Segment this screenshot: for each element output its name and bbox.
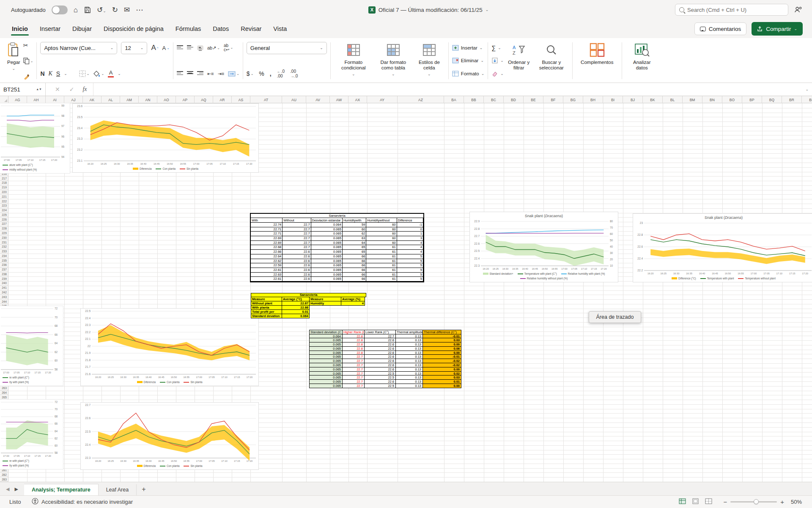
table-row[interactable]: 22.6922.70.06563603 [251,236,423,241]
cell[interactable]: 4 [397,250,423,254]
column-header-AM[interactable]: AM [120,96,139,103]
cell[interactable]: 66 [343,277,366,281]
column-header-AG[interactable]: AG [8,96,27,103]
cell[interactable]: 60 [366,236,397,240]
currency-button[interactable]: $⌄ [247,70,254,77]
cell[interactable]: 22.6 [283,250,311,254]
cell[interactable]: 22.6 [283,263,311,268]
table-row[interactable]: 22.6122.60.06566615 [251,268,423,273]
column-header-AU[interactable]: AU [282,96,306,103]
cell[interactable]: 5 [397,259,423,263]
cell[interactable]: 22.61 [251,268,283,272]
column-header-BF[interactable]: BF [543,96,563,103]
mail-icon[interactable]: ✉ [124,6,130,14]
cell[interactable]: 60 [343,227,366,232]
cell[interactable]: 60 [366,232,397,236]
view-page-layout-icon[interactable] [692,498,699,505]
cell[interactable]: 0.065 [311,241,343,245]
column-header-BI[interactable]: BI [603,96,623,103]
cell[interactable]: 22.6 [283,268,311,272]
autosum-button[interactable]: ∑⌄ [491,43,504,52]
comma-button[interactable]: , [270,70,272,77]
view-page-break-icon[interactable] [705,498,712,505]
column-header-BQ[interactable]: BQ [762,96,782,103]
cell[interactable]: 0.13 [395,384,423,388]
column-header-AY[interactable]: AY [367,96,398,103]
chart-partial-mid-left[interactable]: 727068666462605817:0017:0517:1017:1517:2… [0,306,63,386]
cell[interactable]: 1 [397,232,423,236]
font-size-select[interactable]: 12⌄ [121,42,147,54]
table-sansevieria-data[interactable]: SansevieriaWithWithoutDesviación estanda… [250,213,424,282]
cell[interactable]: 22.71 [251,227,283,232]
row-header-243[interactable]: 243 [0,295,8,299]
chart-snak-plant-1[interactable]: Snak plant (Dracaena)22.922.822.722.622.… [469,212,618,282]
font-name-select[interactable]: Aptos Narrow (Cue...⌄ [40,42,117,54]
row-header-263[interactable]: 263 [0,386,8,391]
orientation-button[interactable]: ab↗⌄ [207,45,220,51]
fill-color-button[interactable]: ⌄ [93,70,104,77]
cell[interactable]: 0.065 [311,277,343,281]
ribbon-tab-revisar[interactable]: Revisar [235,21,267,36]
zoom-out-button[interactable]: − [723,498,727,505]
row-header-244[interactable]: 244 [0,299,8,304]
chart-office-temp-mid[interactable]: 22.522.422.322.222.12221.921.821.721.616… [80,308,259,386]
cell[interactable]: 4 [397,241,423,245]
cell[interactable]: 22.6 [283,273,311,277]
cell[interactable]: 22.6 [283,277,311,281]
column-header-BP[interactable]: BP [742,96,762,103]
row-header-234[interactable]: 234 [0,254,8,258]
ribbon-tab-datos[interactable]: Datos [207,21,235,36]
table-row[interactable]: 22.7422.70.0645960-1 [251,223,423,227]
cell[interactable]: 65 [343,245,366,249]
merge-center-button[interactable]: ⌄ [228,71,239,77]
cell[interactable]: 65 [343,250,366,254]
row-header-220[interactable]: 220 [0,190,8,195]
chart-office-temp-bottom[interactable]: 22.722.622.522.422.316:2016:2516:3016:35… [80,402,259,470]
insert-cells-button[interactable]: Insertar⌄ [452,43,484,52]
row-header-240[interactable]: 240 [0,281,8,286]
cell[interactable]: 22.7 [283,227,311,232]
cell[interactable]: 0.065 [311,254,343,259]
table-row[interactable]: 22.6922.70.06564604 [251,241,423,246]
column-header-AT[interactable]: AT [250,96,282,103]
zoom-slider[interactable] [730,501,777,502]
cell[interactable]: 3 [397,236,423,240]
cell[interactable]: 4 [341,301,365,306]
paste-button[interactable]: Pegar⌄ [4,41,23,81]
row-header-241[interactable]: 241 [0,286,8,290]
row-header-236[interactable]: 236 [0,263,8,268]
document-title-area[interactable]: X Oficial 7 — Última modificación: 06/11… [182,6,675,14]
column-header-BE[interactable]: BE [524,96,543,103]
add-sheet-button[interactable]: + [137,486,151,495]
row-header-219[interactable]: 219 [0,185,8,190]
font-color-button[interactable]: A [108,70,114,77]
conditional-formatting-button[interactable]: Formato condicional⌄ [334,41,373,81]
column-header-AI[interactable]: AI [46,96,64,103]
cell[interactable]: 22.62 [251,259,283,263]
increase-font-button[interactable]: A^ [151,44,158,52]
column-header-AQ[interactable]: AQ [195,96,213,103]
percent-button[interactable]: % [259,70,264,77]
chart-partial-top-left[interactable]: 99989796959417:0017:0517:1017:1517:20atu… [0,103,70,174]
cell[interactable]: 61 [366,277,397,281]
row-header-226[interactable]: 226 [0,217,8,222]
align-bottom-button[interactable] [197,45,203,50]
row-header-228[interactable]: 228 [0,226,8,231]
sheet-nav-right-icon[interactable]: ▶ [13,486,24,495]
fill-button[interactable]: ⌄ [491,56,504,65]
cell[interactable]: 0.01 [282,310,310,314]
column-header-BJ[interactable]: BJ [623,96,643,103]
column-header-BA[interactable]: BA [444,96,464,103]
cell[interactable]: 0.065 [311,259,343,263]
row-header-239[interactable]: 239 [0,276,8,281]
format-as-table-button[interactable]: Dar formato como tabla⌄ [373,41,414,81]
formula-bar-expand-icon[interactable]: ⌄ [802,87,812,91]
column-header-BG[interactable]: BG [563,96,583,103]
cell[interactable]: 66 [343,254,366,259]
delete-cells-button[interactable]: Eliminar⌄ [452,56,484,65]
cell[interactable]: 61 [366,250,397,254]
table-row[interactable]: 22.6322.60.06566615 [251,273,423,277]
cell[interactable]: Humidity [309,301,341,306]
ribbon-tab-insertar[interactable]: Insertar [34,21,66,36]
cell[interactable]: 22.7 [283,223,311,227]
